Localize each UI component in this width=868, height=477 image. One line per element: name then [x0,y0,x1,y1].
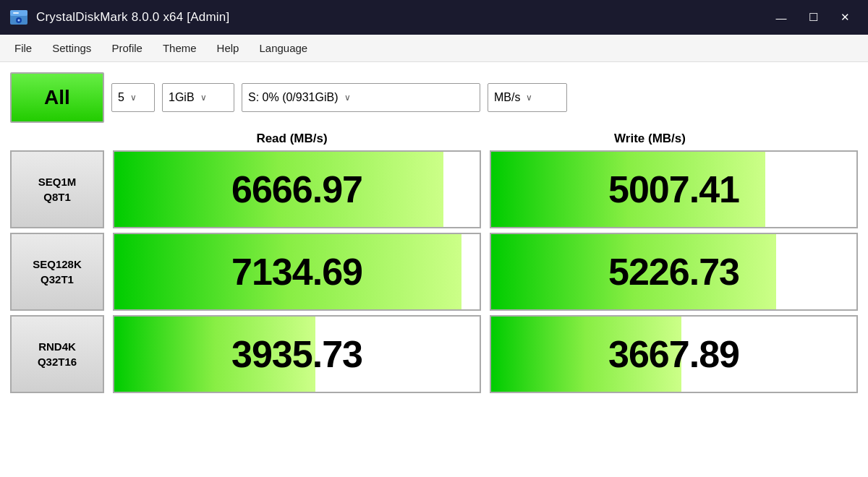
menu-item-file[interactable]: File [6,39,41,57]
menu-item-help[interactable]: Help [208,39,248,57]
drive-value: S: 0% (0/931GiB) [248,91,339,104]
controls-row: All 5 ∨ 1GiB ∨ S: 0% (0/931GiB) ∨ MB/s ∨ [10,72,858,123]
close-button[interactable]: ✕ [830,6,859,29]
write-header: Write (MB/s) [471,132,829,146]
main-content: All 5 ∨ 1GiB ∨ S: 0% (0/931GiB) ∨ MB/s ∨… [0,62,868,477]
app-icon [9,7,29,27]
unit-dropdown[interactable]: MB/s ∨ [488,83,567,112]
size-value: 1GiB [169,91,195,104]
window-title: CrystalDiskMark 8.0.0 x64 [Admin] [36,10,229,25]
read-value-cell: 7134.69 [113,233,481,311]
title-bar-left: CrystalDiskMark 8.0.0 x64 [Admin] [9,7,229,27]
minimize-button[interactable]: — [767,6,796,29]
maximize-button[interactable]: ☐ [799,6,827,29]
read-value-cell: 3935.73 [113,315,481,393]
bench-row: SEQ128KQ32T17134.695226.73 [10,233,858,311]
menu-item-language[interactable]: Language [250,39,316,57]
write-value: 5007.41 [608,168,739,211]
row-label: SEQ1MQ8T1 [10,150,104,228]
unit-value: MB/s [494,91,520,104]
size-chevron: ∨ [200,93,207,103]
benchmark-rows: SEQ1MQ8T16666.975007.41SEQ128KQ32T17134.… [10,150,858,393]
read-value: 6666.97 [231,168,362,211]
count-dropdown[interactable]: 5 ∨ [111,83,155,112]
window-controls: — ☐ ✕ [767,6,859,29]
read-value: 7134.69 [231,250,362,293]
write-value-cell: 5226.73 [490,233,858,311]
count-value: 5 [118,91,124,104]
menu-item-theme[interactable]: Theme [154,39,205,57]
count-chevron: ∨ [130,93,137,103]
write-value: 5226.73 [608,250,739,293]
unit-chevron: ∨ [526,93,532,103]
menu-item-profile[interactable]: Profile [103,39,151,57]
svg-point-3 [18,20,20,22]
size-dropdown[interactable]: 1GiB ∨ [162,83,234,112]
write-value: 3667.89 [608,332,739,376]
all-button[interactable]: All [10,72,104,123]
drive-dropdown[interactable]: S: 0% (0/931GiB) ∨ [242,83,480,112]
svg-rect-4 [13,12,19,14]
title-bar: CrystalDiskMark 8.0.0 x64 [Admin] — ☐ ✕ [0,0,868,35]
bench-row: SEQ1MQ8T16666.975007.41 [10,150,858,228]
menu-bar: FileSettingsProfileThemeHelpLanguage [0,35,868,62]
column-headers: Read (MB/s) Write (MB/s) [113,132,858,146]
write-value-cell: 3667.89 [490,315,858,393]
row-label: SEQ128KQ32T1 [10,233,104,311]
menu-item-settings[interactable]: Settings [43,39,100,57]
read-value: 3935.73 [231,332,362,376]
bench-row: RND4KQ32T163935.733667.89 [10,315,858,393]
drive-chevron: ∨ [344,93,351,103]
write-value-cell: 5007.41 [490,150,858,228]
row-label: RND4KQ32T16 [10,315,104,393]
read-value-cell: 6666.97 [113,150,481,228]
read-header: Read (MB/s) [113,132,471,146]
